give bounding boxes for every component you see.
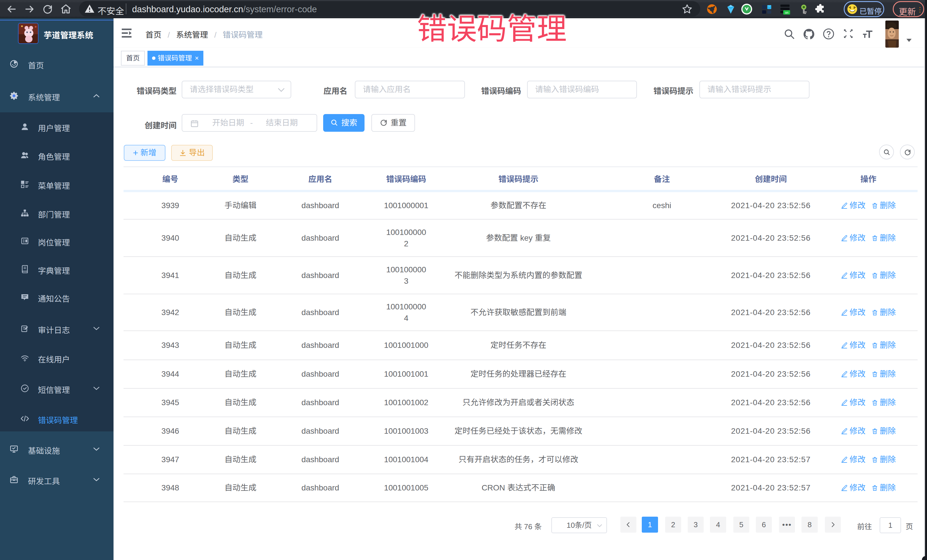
svg-text:on: on — [785, 11, 789, 14]
